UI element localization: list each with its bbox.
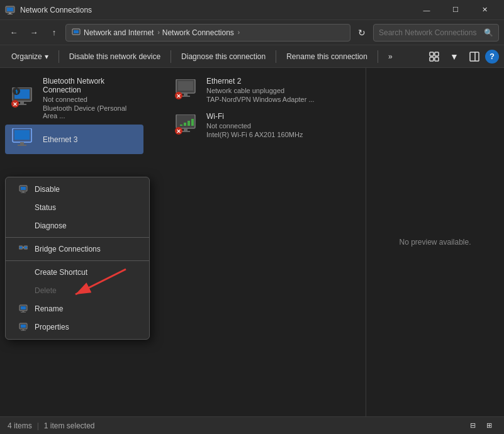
main-content: ⚕ ✕ Bluetooth Network Connection Not con… (0, 68, 504, 416)
refresh-button[interactable]: ↻ (353, 24, 371, 42)
breadcrumb-network-internet[interactable]: Network and Internet (84, 28, 154, 37)
context-menu: Disable Status Diagnose (5, 177, 150, 340)
list-item[interactable]: Ethernet 3 (5, 125, 143, 154)
svg-rect-6 (430, 52, 434, 56)
preview-text: No preview available. (399, 238, 471, 247)
help-button[interactable]: ? (485, 50, 499, 64)
ethernet2-info: Ethernet 2 Network cable unplugged TAP-N… (206, 77, 315, 103)
svg-text:✕: ✕ (176, 128, 181, 135)
svg-rect-43 (178, 81, 193, 91)
ctx-rename[interactable]: Rename (8, 300, 147, 318)
view-dropdown-button[interactable]: ▼ (445, 48, 464, 65)
rename-ctx-icon (18, 304, 28, 314)
toolbar-separator-3 (276, 50, 276, 63)
breadcrumb-bar: Network and Internet › Network Connectio… (65, 24, 350, 42)
toolbar-separator-1 (59, 50, 59, 63)
ethernet2-name: Ethernet 2 (206, 77, 315, 86)
svg-rect-34 (21, 306, 26, 309)
bridge-ctx-icon (18, 244, 28, 254)
ctx-diagnose[interactable]: Diagnose (8, 217, 147, 235)
bluetooth-network-info: Bluetooth Network Connection Not connect… (43, 77, 138, 120)
ctx-shortcut[interactable]: Create Shortcut (8, 264, 147, 281)
ethernet2-status: Network cable unplugged (206, 87, 315, 94)
status-ctx-icon (18, 203, 28, 213)
search-input[interactable] (379, 28, 481, 37)
list-item[interactable]: ✕ Wi-Fi Not connected Intel(R) Wi-Fi 6 A… (169, 108, 332, 142)
status-right: ⊟ ⊞ (465, 419, 496, 433)
ethernet3-icon (10, 128, 35, 150)
status-view-btn-2[interactable]: ⊞ (481, 419, 496, 433)
disable-button[interactable]: Disable this network device (63, 48, 167, 65)
close-button[interactable]: ✕ (470, 0, 499, 20)
address-bar: ← → ↑ Network and Internet › Network Con… (0, 20, 504, 45)
details-pane-button[interactable] (465, 48, 484, 65)
delete-ctx-icon (18, 286, 28, 296)
search-icon: 🔍 (484, 28, 493, 37)
ctx-shortcut-label: Create Shortcut (35, 268, 87, 277)
ethernet2-icon: ✕ (174, 79, 199, 101)
wifi-name: Wi-Fi (206, 112, 303, 121)
ctx-properties[interactable]: Properties (8, 318, 147, 336)
ctx-separator-2 (6, 260, 149, 261)
wifi-device: Intel(R) Wi-Fi 6 AX201 160MHz (206, 131, 303, 138)
diagnose-label: Diagnose this connection (181, 52, 266, 61)
bluetooth-network-name: Bluetooth Network Connection (43, 77, 138, 94)
breadcrumb-network-connections[interactable]: Network Connections (162, 28, 234, 37)
disable-label: Disable this network device (69, 52, 160, 61)
diagnose-button[interactable]: Diagnose this connection (175, 48, 272, 65)
svg-rect-9 (435, 57, 439, 61)
svg-rect-45 (181, 96, 190, 97)
svg-rect-54 (181, 131, 190, 132)
rename-label: Rename this connection (286, 52, 367, 61)
wifi-info: Wi-Fi Not connected Intel(R) Wi-Fi 6 AX2… (206, 112, 303, 138)
right-network-list: ✕ Ethernet 2 Network cable unplugged TAP… (164, 68, 337, 147)
svg-text:⚕: ⚕ (15, 89, 18, 95)
rename-connection-button[interactable]: Rename this connection (280, 48, 374, 65)
svg-rect-21 (14, 130, 30, 140)
svg-rect-44 (184, 93, 188, 96)
ctx-bridge[interactable]: Bridge Connections (8, 240, 147, 258)
wifi-status: Not connected (206, 122, 303, 130)
ctx-disable-label: Disable (35, 185, 60, 194)
ethernet2-device: TAP-NordVPN Windows Adapter ... (206, 96, 315, 103)
disable-ctx-icon (18, 184, 28, 194)
list-item[interactable]: ✕ Ethernet 2 Network cable unplugged TAP… (169, 73, 332, 107)
svg-rect-38 (21, 325, 26, 328)
ctx-disable[interactable]: Disable (8, 181, 147, 198)
svg-text:✕: ✕ (13, 101, 18, 108)
svg-rect-23 (18, 145, 26, 146)
view-options-button[interactable] (425, 48, 444, 65)
minimize-button[interactable]: — (412, 0, 441, 20)
back-button[interactable]: ← (5, 24, 23, 42)
svg-rect-3 (8, 14, 13, 14)
status-separator: | (37, 421, 39, 430)
svg-rect-53 (184, 128, 188, 131)
svg-rect-1 (7, 8, 13, 11)
status-view-btn-1[interactable]: ⊟ (465, 419, 480, 433)
file-area: ⚕ ✕ Bluetooth Network Connection Not con… (0, 68, 366, 416)
list-item[interactable]: ⚕ ✕ Bluetooth Network Connection Not con… (5, 73, 143, 123)
more-button[interactable]: » (382, 48, 399, 65)
svg-rect-7 (435, 52, 439, 56)
shortcut-ctx-icon (18, 267, 28, 277)
up-button[interactable]: ↑ (45, 24, 63, 42)
ctx-delete: Delete (8, 282, 147, 299)
ctx-status[interactable]: Status (8, 199, 147, 216)
ctx-rename-label: Rename (35, 304, 63, 313)
bluetooth-network-icon: ⚕ ✕ (10, 87, 35, 109)
svg-rect-52 (191, 119, 194, 126)
maximize-button[interactable]: ☐ (441, 0, 470, 20)
selected-count: 1 item selected (44, 421, 95, 430)
svg-rect-25 (21, 187, 26, 190)
forward-button[interactable]: → (25, 24, 43, 42)
svg-rect-5 (74, 30, 79, 33)
svg-rect-36 (21, 312, 26, 313)
svg-rect-40 (21, 330, 26, 331)
organize-button[interactable]: Organize ▾ (5, 48, 55, 65)
breadcrumb-dropdown-2[interactable]: › (238, 29, 240, 36)
breadcrumb-dropdown-1[interactable]: › (157, 29, 159, 36)
svg-rect-35 (23, 311, 25, 312)
svg-rect-22 (20, 142, 24, 145)
svg-rect-51 (188, 121, 190, 126)
organize-arrow: ▾ (45, 52, 48, 61)
